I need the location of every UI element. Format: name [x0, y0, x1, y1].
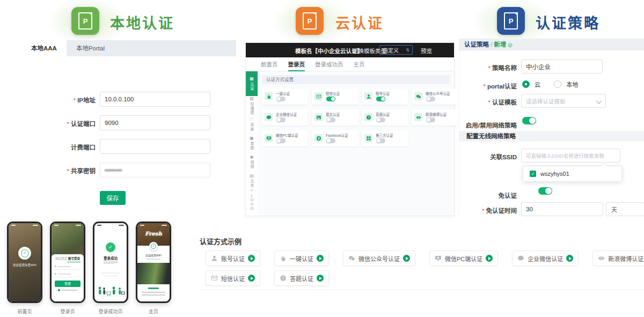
ip-input[interactable]: [100, 92, 210, 107]
logo-icon: ☆: [250, 188, 253, 193]
tab-local-portal[interactable]: 本地Portal: [67, 40, 114, 56]
secret-input[interactable]: [100, 163, 210, 178]
agreement-row: [55, 289, 80, 291]
brand-logo: ✓: [18, 247, 31, 260]
template-tab[interactable]: 主页: [354, 57, 365, 71]
play-icon[interactable]: [317, 275, 324, 282]
auth-method-card: 短信认证: [312, 89, 358, 105]
auth-method-toggle[interactable]: [276, 138, 286, 143]
auth-method-toggle[interactable]: [376, 117, 385, 122]
play-icon[interactable]: [566, 255, 573, 262]
radio-cloud[interactable]: [522, 80, 530, 88]
mail-icon: [314, 92, 323, 100]
template-tab[interactable]: 登录页: [288, 57, 305, 71]
auth-method-label: 第三方认证: [376, 132, 406, 138]
auth-method-toggle[interactable]: [426, 117, 435, 122]
welcome-text: 欢迎使用WiFi: [137, 253, 170, 257]
template-sidebar-item[interactable]: ◉ 视频: [246, 153, 258, 172]
template-type-select[interactable]: 自定义 ⇅: [379, 45, 413, 55]
template-sidebar-item[interactable]: □ 背景: [246, 115, 258, 134]
auth-method-toggle[interactable]: [276, 97, 286, 101]
acct-port-input[interactable]: [100, 139, 210, 154]
example-button[interactable]: 一键认证: [274, 250, 329, 266]
video-icon: ◉: [250, 155, 254, 159]
free-auth-toggle[interactable]: [538, 187, 552, 195]
tab-sms-login[interactable]: 短信登录: [55, 256, 68, 262]
grid-icon: ▦: [250, 77, 254, 81]
user-icon: [211, 255, 218, 262]
free-time-input[interactable]: [521, 202, 603, 216]
example-button[interactable]: 微信PC端认证: [429, 250, 498, 266]
tab-account-login[interactable]: 账号登录: [68, 256, 80, 262]
cloud-auth-title: 云认证: [335, 12, 384, 33]
examples-row-2: 短信认证 答题认证: [206, 270, 329, 286]
auth-method-card: 账号认证: [362, 89, 408, 105]
login-button[interactable]: 登录: [55, 281, 80, 287]
auth-method-toggle[interactable]: [376, 97, 385, 101]
ssid-checkbox[interactable]: ✓: [530, 171, 536, 177]
auth-method-toggle[interactable]: [276, 117, 286, 122]
auth-method-label: 图文认证: [326, 112, 356, 117]
ssid-option[interactable]: wszyhys01: [540, 171, 569, 177]
example-label: 一键认证: [290, 254, 313, 263]
ssid-input[interactable]: [521, 149, 620, 163]
ssid-dropdown: ✓ wszyhys01: [523, 166, 622, 182]
status-bar: [9, 223, 41, 227]
template-tab[interactable]: 登录成功页: [315, 57, 343, 71]
tab-local-aaa[interactable]: 本地AAA: [21, 40, 67, 56]
play-icon[interactable]: [486, 255, 493, 262]
play-icon[interactable]: [403, 255, 410, 262]
breadcrumb-root[interactable]: 认证策略: [464, 41, 489, 48]
template-sidebar-item[interactable]: ▦ 认证: [246, 71, 258, 97]
example-label: 答题认证: [290, 274, 313, 283]
auth-method-toggle[interactable]: [426, 97, 435, 101]
sort-icon: ⇅: [406, 48, 409, 53]
page: P 本地认证 本地AAA 本地Portal *IP地址 *认证端口 计费端口 *…: [0, 0, 644, 317]
username-field[interactable]: [55, 263, 80, 270]
play-icon[interactable]: [248, 255, 255, 262]
auth-method-label: 新浪微博认证: [426, 112, 456, 117]
status-bar: [137, 223, 170, 227]
example-label: 微信PC端认证: [445, 254, 482, 263]
pin-icon: ◎: [508, 42, 513, 48]
play-icon[interactable]: [248, 275, 255, 282]
template-sidebar-item[interactable]: ▣ 单图: [246, 134, 258, 153]
save-button[interactable]: 保存: [100, 191, 126, 205]
free-time-label: *免认证时间: [459, 206, 517, 215]
phone-splash-page: ✓ 欢迎使用免费WiFi: [7, 222, 42, 303]
radio-cloud-label[interactable]: 云: [535, 82, 540, 88]
radio-local[interactable]: [554, 80, 561, 88]
auth-port-input[interactable]: [100, 115, 210, 130]
auth-method-toggle[interactable]: [326, 117, 335, 122]
example-button[interactable]: 短信认证: [206, 270, 260, 286]
template-topbar: 模板名【中小企业云认证】 切换模板类型: 自定义 ⇅ 预览: [246, 43, 454, 57]
example-button[interactable]: 答题认证: [274, 270, 329, 286]
document-p-icon: P: [303, 12, 317, 30]
enable-policy-toggle[interactable]: [522, 117, 536, 124]
auth-method-card: 企业微信认证: [262, 109, 308, 126]
examples-title: 认证方式示例: [200, 236, 241, 246]
portal-auth-label: *portal认证: [459, 82, 517, 90]
template-sidebar-item[interactable]: ▧ 轮播图: [246, 97, 258, 115]
preview-button[interactable]: 预览: [421, 47, 432, 55]
password-field[interactable]: [55, 271, 80, 277]
secret-label: *共享密钥: [20, 166, 96, 175]
example-button[interactable]: 账号认证: [206, 250, 260, 266]
phone-success-page: ✓ 登录成功 欢迎使用WiFi: [93, 222, 128, 303]
local-auth-icon: P: [71, 7, 99, 35]
policy-name-input[interactable]: [521, 60, 603, 73]
auth-method-toggle[interactable]: [376, 138, 385, 143]
template-tab[interactable]: 前置页: [261, 57, 278, 71]
play-icon[interactable]: [317, 255, 324, 262]
auth-method-toggle[interactable]: [326, 97, 335, 101]
example-button[interactable]: 企业微信认证: [512, 250, 579, 266]
auth-template-select[interactable]: 请选择认证模板: [521, 94, 606, 108]
auth-template-label: *认证模板: [459, 98, 517, 106]
breadcrumb: 认证策略/新增◎: [459, 39, 644, 50]
radio-local-label[interactable]: 本地: [566, 82, 578, 88]
template-sidebar-item[interactable]: ☆ LOGO: [246, 190, 258, 209]
example-button[interactable]: 微信公众号认证: [343, 250, 415, 266]
example-button[interactable]: 新浪微博认证: [592, 250, 644, 266]
auth-method-toggle[interactable]: [326, 138, 335, 143]
agree-checkbox[interactable]: [58, 289, 60, 291]
